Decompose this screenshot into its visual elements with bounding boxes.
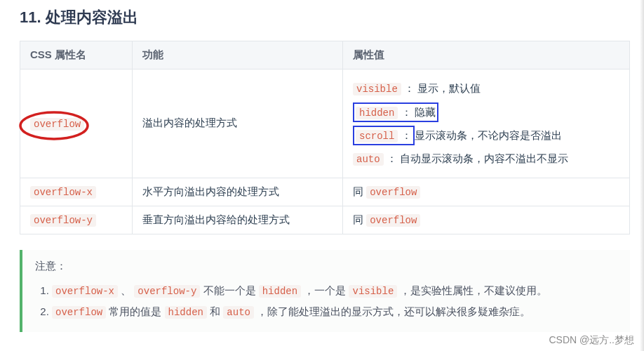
value-desc: 自动显示滚动条，内容不溢出不显示 (400, 152, 568, 164)
note-list: overflow-x 、 overflow-y 不能一个是 hidden ，一个… (35, 280, 617, 322)
note-box: 注意： overflow-x 、 overflow-y 不能一个是 hidden… (20, 250, 630, 332)
th-func: 功能 (133, 41, 343, 69)
value-code: visible (353, 83, 401, 95)
cell-values: visible ： 显示，默认值hidden ： 隐藏scroll ： 显示滚动… (343, 69, 630, 178)
decorative-shadow (640, 0, 644, 351)
blue-box-annotation: hidden ： 隐藏 (353, 102, 438, 122)
value-line: scroll ： 显示滚动条，不论内容是否溢出 (353, 124, 619, 147)
value-desc: 显示，默认值 (417, 82, 481, 94)
inline-code: hidden (165, 306, 207, 319)
inline-code: overflow (52, 306, 106, 319)
value-code: scroll (356, 130, 398, 143)
cell-prop: overflow (20, 69, 133, 178)
inline-code: overflow-x (52, 285, 118, 298)
css-property-code: overflow (30, 118, 84, 131)
value-desc: 显示滚动条，不论内容是否溢出 (415, 129, 562, 141)
value-line: hidden ： 隐藏 (353, 100, 619, 124)
section-title: 11. 处理内容溢出 (20, 7, 630, 28)
css-property-code: overflow-x (30, 186, 96, 199)
cell-func: 垂直方向溢出内容给的处理方式 (133, 206, 343, 234)
inline-code: visible (349, 285, 397, 298)
red-circle-annotation: overflow (30, 117, 84, 130)
inline-code: hidden (259, 285, 301, 298)
inline-code: auto (223, 306, 254, 319)
watermark: CSDN @远方..梦想 (549, 334, 634, 347)
th-prop: CSS 属性名 (20, 41, 133, 69)
value-code: hidden (356, 107, 398, 119)
value-code: overflow (366, 186, 420, 199)
cell-values: 同 overflow (343, 178, 630, 206)
th-val: 属性值 (343, 41, 630, 69)
value-line: visible ： 显示，默认值 (353, 77, 619, 100)
css-overflow-table: CSS 属性名 功能 属性值 overflow溢出内容的处理方式visible … (20, 41, 630, 234)
cell-prop: overflow-x (20, 178, 133, 206)
table-row: overflow-y垂直方向溢出内容给的处理方式同 overflow (20, 206, 630, 234)
table-row: overflow溢出内容的处理方式visible ： 显示，默认值hidden … (20, 69, 630, 178)
note-item: overflow-x 、 overflow-y 不能一个是 hidden ，一个… (52, 280, 617, 301)
css-property-code: overflow-y (30, 214, 96, 227)
cell-func: 溢出内容的处理方式 (133, 69, 343, 178)
cell-prop: overflow-y (20, 206, 133, 234)
inline-code: overflow-y (134, 285, 200, 298)
value-code: auto (353, 153, 384, 166)
cell-func: 水平方向溢出内容的处理方式 (133, 178, 343, 206)
note-title: 注意： (35, 260, 617, 273)
blue-box-annotation: scroll ： (353, 126, 415, 145)
value-code: overflow (366, 214, 420, 227)
note-item: overflow 常用的值是 hidden 和 auto ，除了能处理溢出的显示… (52, 301, 617, 322)
value-desc: 隐藏 (415, 106, 436, 118)
cell-values: 同 overflow (343, 206, 630, 234)
value-line: auto ： 自动显示滚动条，内容不溢出不显示 (353, 147, 619, 171)
table-row: overflow-x水平方向溢出内容的处理方式同 overflow (20, 178, 630, 206)
